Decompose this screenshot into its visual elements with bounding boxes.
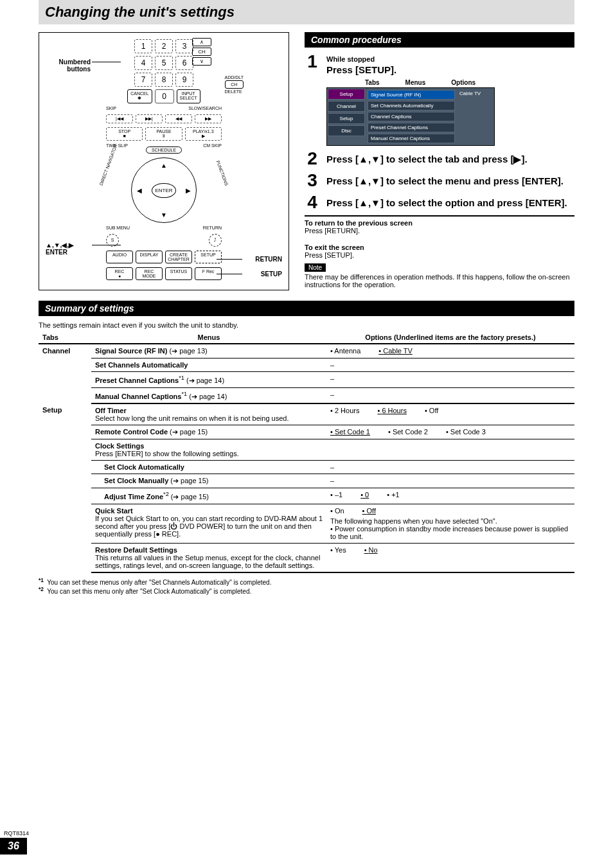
rewind-button[interactable]: ◀◀ [165,114,192,123]
tab-setup: Setup [39,403,91,572]
row-clock-auto: Set Clock Automatically – [39,461,574,474]
osd-tab-setup: Setup [328,89,365,100]
s-button[interactable]: S [106,234,119,247]
key-0[interactable]: 0 [155,89,174,103]
exit-heading: To exit the screen [305,244,574,251]
submenu-label: SUB MENU [106,226,130,230]
up-arrow-icon[interactable]: ▲ [161,162,167,169]
osd-options-label: Options [451,79,475,86]
return-heading: To return to the previous screen [305,219,574,227]
ch-down-icon[interactable]: ∨ [192,57,211,66]
enter-button[interactable]: ENTER [152,183,175,198]
osd-menus-label: Menus [405,79,426,86]
create-chapter-button[interactable]: CREATE CHAPTER [165,251,192,263]
functions-label: FUNCTIONS [216,160,229,186]
row-remote-code: Remote Control Code (➔ page 15) Set Code… [39,425,574,439]
col-options: Options (Underlined items are the factor… [326,332,574,344]
remote-column: Numbered buttons ▲,▼,◀,▶ ENTER RETURN SE… [39,32,289,290]
key-7[interactable]: 7 [134,73,152,87]
osd-menu-preset: Preset Channel Captions [368,123,455,132]
page-title: Changing the unit's settings [45,4,568,21]
recmode-button[interactable]: REC MODE [136,267,163,280]
key-6[interactable]: 6 [175,56,193,70]
two-column-layout: Numbered buttons ▲,▼,◀,▶ ENTER RETURN SE… [39,32,574,290]
note-label: Note [305,263,326,272]
step-3: 3 Press [▲,▼] to select the menu and pre… [305,172,574,190]
pause-button[interactable]: PAUSE Ⅱ [145,127,182,141]
left-arrow-icon[interactable]: ◀ [137,187,142,194]
quick-start-extra: The following happens when you have sele… [330,517,571,540]
key-4[interactable]: 4 [134,56,152,70]
row-clock-manual: Set Clock Manually (➔ page 15) – [39,474,574,488]
osd-tab-disc: Disc [328,125,365,136]
audio-button[interactable]: AUDIO [106,251,133,263]
play-button[interactable]: PLAY/x1.3 ▶ [185,127,222,141]
return-small-label: RETURN [203,226,222,230]
row-set-channels: Set Channels Automatically – [39,359,574,372]
ch-small-button[interactable]: CH [225,80,244,89]
callout-enter: ▲,▼,◀,▶ ENTER [46,242,74,256]
page-footer: RQT8314 36 [0,830,29,855]
return-text: Press [RETURN]. [305,227,574,235]
settings-table: Tabs Menus Options (Underlined items are… [39,332,574,573]
key-2[interactable]: 2 [155,39,173,53]
right-arrow-icon[interactable]: ▶ [186,187,191,194]
forward-button[interactable]: ▶▶ [195,114,222,123]
callout-setup: SETUP [261,270,282,278]
summary-section: Summary of settings The settings remain … [39,301,574,596]
footnotes: *1 You can set these menus only after "S… [39,577,574,596]
stop-button[interactable]: STOP ■ [106,127,143,141]
note-text: There may be differences in operation me… [305,273,574,288]
ch-up-icon[interactable]: ∧ [192,38,211,46]
adddlt-label: ADD/DLT [225,75,244,80]
footnote-2: You can set this menu only after "Set Cl… [47,589,251,596]
osd-tab-channel: Channel [328,101,365,112]
osd-tab-setup2: Setup [328,113,365,124]
row-signal-source: Channel Signal Source (RF IN) (➔ page 13… [39,344,574,359]
down-arrow-icon[interactable]: ▼ [161,211,167,218]
row-quick-start: Quick StartIf you set Quick Start to on,… [39,504,574,543]
schedule-button[interactable]: SCHEDULE [146,146,182,154]
next-button[interactable]: ▶▶| [136,114,163,123]
row-restore-defaults: Restore Default SettingsThis returns all… [39,543,574,572]
key-9[interactable]: 9 [175,73,193,87]
osd-menu-captions: Channel Captions [368,112,455,121]
step3-text: Press [▲,▼] to select the menu and press… [326,175,574,186]
status-button[interactable]: STATUS [165,267,192,280]
osd-menu-setch: Set Channels Automatically [368,101,455,111]
skip-label: SKIP [106,106,116,111]
key-3[interactable]: 3 [175,39,193,53]
common-procedures-header: Common procedures [305,32,574,48]
delete-label: DELETE [225,89,244,94]
title-bar: Changing the unit's settings [39,0,574,24]
callout-numbered-buttons: Numbered buttons [46,58,91,73]
osd-menu-signal: Signal Source (RF IN) [368,90,455,100]
key-1[interactable]: 1 [134,39,152,53]
setup-button[interactable]: SETUP [195,251,222,263]
step2-text: Press [▲,▼] to select the tab and press … [326,154,574,165]
ch-rocker: ∧ CH ∨ [192,38,211,66]
key-8[interactable]: 8 [155,73,173,87]
key-5[interactable]: 5 [155,56,173,70]
frec-button[interactable]: F Rec [195,267,222,280]
ch-label: CH [192,48,211,56]
display-button[interactable]: DISPLAY [136,251,163,263]
input-select-button[interactable]: INPUT SELECT [177,89,200,103]
cmskip-label: CM SKIP [203,143,222,148]
step1-action: Press [SETUP]. [326,64,574,75]
row-time-zone: Adjust Time Zone*2 (➔ page 15) –1 0 +1 [39,488,574,504]
step-number-3: 3 [305,172,320,190]
step-number-2: 2 [305,150,320,168]
rec-button[interactable]: REC● [106,267,133,280]
return-button[interactable]: ⤴ [209,234,222,247]
osd-tabs-label: Tabs [365,79,380,86]
summary-header: Summary of settings [39,301,574,316]
footnote-1: You can set these menus only after "Set … [47,579,271,586]
row-manual-captions: Manual Channel Captions*1 (➔ page 14) – [39,387,574,403]
step1-condition: While stopped [326,55,574,63]
prev-button[interactable]: |◀◀ [106,114,133,123]
cancel-button[interactable]: CANCEL ✱ [127,89,152,103]
col-menus: Menus [91,332,326,344]
row-preset-captions: Preset Channel Captions*1 (➔ page 14) – [39,372,574,388]
nav-ring[interactable]: ▲ ▼ ◀ ▶ ENTER [131,157,197,223]
